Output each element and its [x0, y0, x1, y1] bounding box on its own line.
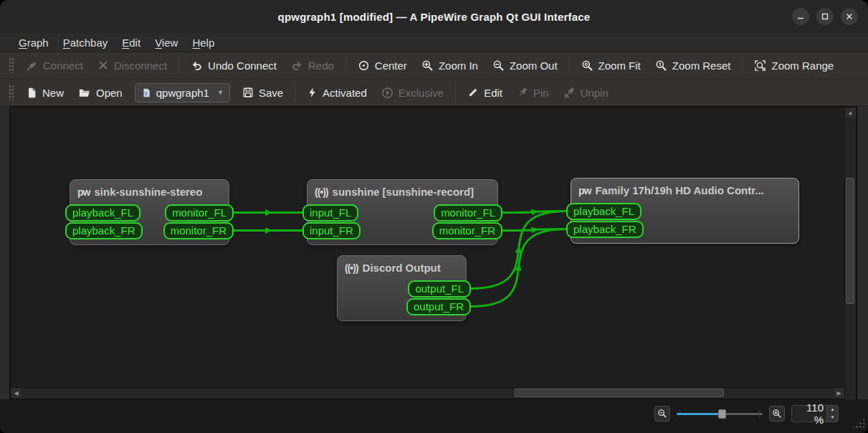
horizontal-scrollbar-thumb[interactable] [515, 389, 724, 397]
statusbar-zoom-out-button[interactable] [654, 406, 670, 422]
zoom-spinbox[interactable]: 110 % ▲ ▼ [791, 405, 839, 422]
connections-layer [11, 108, 844, 387]
zoom-slider-track [720, 413, 763, 415]
menu-patchbay[interactable]: Patchbay [56, 35, 115, 50]
activated-icon [307, 87, 318, 98]
zoom-range-button[interactable]: Zoom Range [748, 55, 840, 76]
activated-button[interactable]: Activated [300, 82, 373, 103]
minimize-button[interactable] [792, 8, 809, 25]
new-button[interactable]: New [19, 82, 70, 103]
graph-node-sunshine[interactable]: ((•))sunshine [sunshine-record]input_FLm… [307, 179, 498, 245]
connection-arrow [265, 227, 272, 234]
open-button[interactable]: Open [72, 82, 129, 103]
zoom-fit-button[interactable]: Zoom Fit [575, 55, 647, 76]
maximize-button[interactable] [816, 8, 834, 25]
main-toolbar: Connect Disconnect Undo Connect Redo [0, 52, 868, 79]
port-playback_FL[interactable]: playback_FL [65, 204, 140, 222]
port-playback_FR[interactable]: playback_FR [65, 222, 143, 239]
zoom-reset-button[interactable]: Zoom Reset [649, 55, 738, 76]
port-monitor_FL[interactable]: monitor_FL [434, 204, 502, 222]
unpin-icon [563, 87, 576, 98]
connection-arrow [265, 209, 272, 216]
port-output_FL[interactable]: output_FL [408, 280, 471, 298]
scroll-left-button[interactable]: ◀ [11, 388, 22, 399]
exclusive-button[interactable]: Exclusive [375, 82, 450, 103]
zoom-slider[interactable] [677, 408, 763, 419]
undo-connect-button[interactable]: Undo Connect [184, 55, 283, 76]
center-button[interactable]: Center [351, 55, 414, 76]
zoom-in-button[interactable]: Zoom In [415, 55, 485, 76]
vertical-scrollbar[interactable]: ▲ ▼ [845, 108, 856, 399]
spin-up-button[interactable]: ▲ [827, 406, 838, 414]
maximize-icon [821, 13, 829, 20]
port-row: output_FR [338, 298, 466, 315]
patchbay-select-value: qpwgraph1 [156, 87, 209, 99]
zoom-reset-icon [655, 60, 667, 72]
zoom-in-icon [772, 409, 782, 419]
scroll-up-button[interactable]: ▲ [845, 108, 856, 118]
edit-pencil-icon [467, 87, 479, 98]
port-monitor_FR[interactable]: monitor_FR [432, 222, 502, 239]
port-output_FR[interactable]: output_FR [406, 298, 471, 315]
port-monitor_FR[interactable]: monitor_FR [163, 222, 234, 239]
redo-button[interactable]: Redo [285, 55, 340, 76]
window-controls [792, 0, 858, 33]
pipewire-icon: pw [77, 186, 90, 198]
statusbar: 110 % ▲ ▼ [0, 399, 868, 433]
port-row: playback_FRmonitor_FR [70, 222, 229, 239]
menubar: Graph Patchbay Edit View Help [0, 33, 868, 52]
menu-help[interactable]: Help [185, 35, 221, 50]
graph-canvas[interactable]: pwsink-sunshine-stereoplayback_FLmonitor… [11, 108, 844, 387]
menu-graph[interactable]: Graph [11, 35, 56, 50]
toolbar-separator [345, 57, 346, 74]
zoom-range-icon [754, 60, 766, 72]
port-playback_FL[interactable]: playback_FL [566, 203, 642, 220]
edit-button[interactable]: Edit [461, 82, 509, 103]
undo-icon [191, 60, 203, 72]
disconnect-button[interactable]: Disconnect [91, 55, 173, 76]
port-monitor_FL[interactable]: monitor_FL [165, 204, 234, 222]
titlebar: qpwgraph1 [modified] — A PipeWire Graph … [0, 0, 868, 33]
connect-button[interactable]: Connect [19, 55, 90, 76]
port-row: input_FLmonitor_FL [307, 204, 497, 222]
toolbar-drag-handle[interactable] [9, 57, 14, 73]
spin-down-button[interactable]: ▼ [827, 414, 838, 422]
node-header: ((•))Discord Output [338, 256, 466, 280]
node-header: ((•))sunshine [sunshine-record] [307, 180, 497, 204]
pin-button[interactable]: Pin [510, 82, 555, 103]
scroll-right-button[interactable]: ▶ [834, 388, 844, 399]
port-row: playback_FLmonitor_FL [70, 204, 229, 222]
port-row: input_FRmonitor_FR [307, 222, 497, 239]
disconnect-icon [97, 60, 109, 71]
statusbar-zoom-in-button[interactable] [769, 406, 785, 422]
pin-icon [517, 87, 528, 98]
zoom-out-button[interactable]: Zoom Out [486, 55, 564, 76]
zoom-slider-handle[interactable] [718, 409, 726, 419]
port-input_FL[interactable]: input_FL [302, 204, 358, 222]
window-resize-grip[interactable] [852, 418, 864, 429]
patchbay-toolbar: New Open qpwgraph1 ▼ Save Activat [0, 80, 868, 106]
close-button[interactable] [841, 8, 858, 25]
toolbar-drag-handle[interactable] [9, 85, 14, 100]
save-icon [242, 87, 254, 98]
graph-node-discord[interactable]: ((•))Discord Outputoutput_FLoutput_FR [337, 255, 467, 321]
port-row: playback_FL [571, 202, 798, 220]
patchbay-select[interactable]: qpwgraph1 ▼ [135, 83, 230, 103]
save-button[interactable]: Save [236, 82, 290, 103]
graph-node-family[interactable]: pwFamily 17h/19h HD Audio Contr...playba… [571, 178, 799, 244]
node-title: Family 17h/19h HD Audio Contr... [595, 184, 763, 196]
toolbar-separator [178, 57, 179, 74]
graph-node-sink[interactable]: pwsink-sunshine-stereoplayback_FLmonitor… [70, 179, 229, 245]
port-input_FR[interactable]: input_FR [302, 222, 361, 239]
unpin-button[interactable]: Unpin [557, 82, 615, 103]
vertical-scrollbar-thumb[interactable] [846, 178, 854, 304]
zoom-out-icon [492, 60, 505, 72]
horizontal-scrollbar[interactable]: ◀ ▶ [11, 388, 844, 399]
pipewire-icon: pw [578, 185, 591, 196]
node-title: Discord Output [363, 262, 441, 274]
menu-view[interactable]: View [148, 35, 185, 50]
toolbar-separator [455, 84, 456, 101]
port-playback_FR[interactable]: playback_FR [566, 221, 644, 238]
port-row: playback_FR [571, 220, 798, 238]
menu-edit[interactable]: Edit [115, 35, 148, 50]
